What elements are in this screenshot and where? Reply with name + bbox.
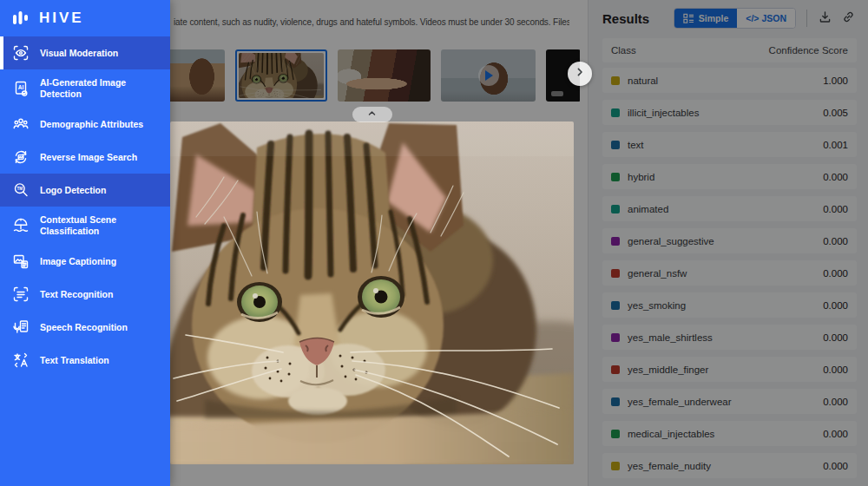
reverse-search-icon	[12, 148, 30, 166]
collapse-preview-button[interactable]	[352, 107, 392, 122]
captioning-icon	[12, 253, 30, 270]
chevron-right-icon	[573, 65, 587, 82]
sidebar-item-image-captioning[interactable]: Image Captioning	[0, 245, 170, 278]
sidebar-item-label: Reverse Image Search	[40, 152, 137, 163]
text-recognition-icon	[12, 286, 30, 303]
sidebar-item-logo-detection[interactable]: TMLogo Detection	[0, 174, 170, 207]
sidebar-item-speech-recognition[interactable]: Speech Recognition	[0, 311, 170, 344]
sidebar-item-label: AI-Generated Image Detection	[40, 77, 148, 100]
sidebar-item-ai-generated-image-detection[interactable]: AIAI-Generated Image Detection	[0, 69, 170, 108]
visual-moderation-icon	[12, 44, 30, 62]
speech-icon	[12, 319, 30, 336]
svg-text:TM: TM	[16, 187, 23, 191]
sidebar-item-contextual-scene-classification[interactable]: Contextual Scene Classification	[0, 207, 170, 245]
sidebar-item-label: Text Translation	[40, 355, 109, 366]
sidebar: HIVE Visual ModerationAIAI-Generated Ima…	[0, 0, 170, 486]
chevron-up-icon	[365, 107, 378, 123]
sidebar-item-label: Text Recognition	[40, 289, 113, 300]
hive-demo-app: iate content, such as nudity, violence, …	[0, 0, 868, 486]
sidebar-item-label: Image Captioning	[40, 256, 116, 267]
carousel-next-button[interactable]	[568, 62, 592, 86]
sidebar-item-text-translation[interactable]: Text Translation	[0, 344, 170, 377]
sidebar-item-demographic-attributes[interactable]: Demographic Attributes	[0, 108, 170, 141]
demographic-icon	[12, 115, 30, 133]
sidebar-item-label: Logo Detection	[40, 185, 106, 196]
expanded-image-preview	[170, 122, 574, 464]
brand-name: HIVE	[39, 10, 84, 27]
ai-generated-icon: AI	[12, 80, 30, 97]
svg-text:AI: AI	[18, 84, 24, 90]
scene-icon	[12, 217, 30, 234]
sidebar-item-label: Demographic Attributes	[40, 119, 143, 130]
hive-logo-icon	[11, 9, 30, 28]
sidebar-item-visual-moderation[interactable]: Visual Moderation	[0, 36, 170, 69]
sidebar-nav: Visual ModerationAIAI-Generated Image De…	[0, 36, 170, 377]
sidebar-item-label: Speech Recognition	[40, 322, 128, 333]
cat-preview-image	[170, 122, 574, 464]
logo-detection-icon: TM	[12, 181, 30, 199]
brand[interactable]: HIVE	[0, 0, 170, 36]
sidebar-item-label: Contextual Scene Classification	[40, 214, 148, 237]
sidebar-item-label: Visual Moderation	[40, 48, 118, 59]
sidebar-item-text-recognition[interactable]: Text Recognition	[0, 278, 170, 311]
translation-icon	[12, 351, 30, 369]
sidebar-item-reverse-image-search[interactable]: Reverse Image Search	[0, 141, 170, 174]
